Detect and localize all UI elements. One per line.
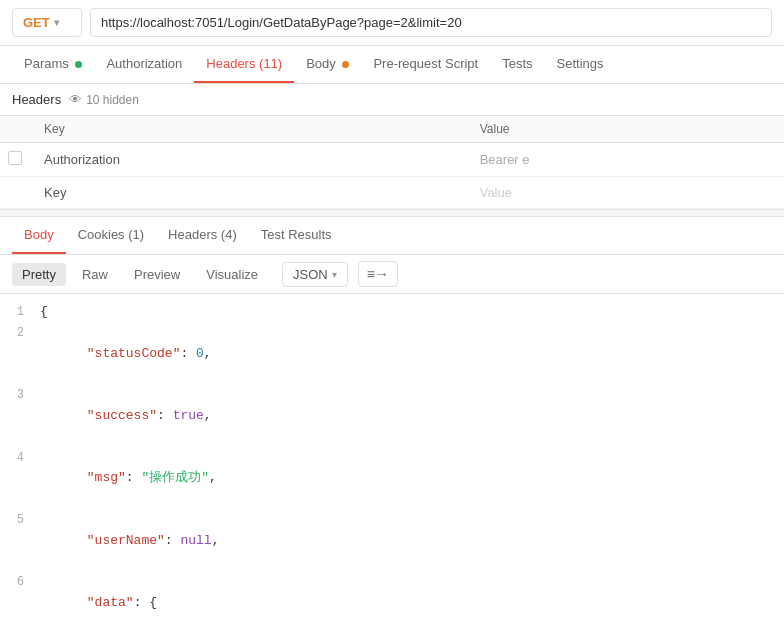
format-pretty[interactable]: Pretty [12, 263, 66, 286]
format-bar: Pretty Raw Preview Visualize JSON ▾ ≡→ [0, 255, 784, 294]
section-divider [0, 209, 784, 217]
row-checkbox[interactable] [8, 151, 22, 165]
line-content-1: { [40, 302, 48, 323]
resp-tab-headers[interactable]: Headers (4) [156, 217, 249, 254]
method-chevron-icon: ▾ [54, 17, 59, 28]
request-tabs: Params Authorization Headers (11) Body P… [0, 46, 784, 84]
line-num-3: 3 [0, 385, 40, 405]
code-line-3: 3 "success": true, [0, 385, 784, 447]
method-label: GET [23, 15, 50, 30]
url-bar: GET ▾ [0, 0, 784, 46]
tab-authorization[interactable]: Authorization [94, 46, 194, 83]
line-content-6: "data": { [40, 572, 157, 619]
method-select[interactable]: GET ▾ [12, 8, 82, 37]
tab-tests[interactable]: Tests [490, 46, 544, 83]
response-tabs: Body Cookies (1) Headers (4) Test Result… [0, 217, 784, 255]
col-value: Value [472, 116, 784, 143]
header-value-1[interactable]: Bearer e [472, 143, 784, 177]
line-content-3: "success": true, [40, 385, 212, 447]
headers-section: Headers 👁 10 hidden [0, 84, 784, 116]
tab-headers[interactable]: Headers (11) [194, 46, 294, 83]
code-area: 1 { 2 "statusCode": 0, 3 "success": true… [0, 294, 784, 619]
format-preview[interactable]: Preview [124, 263, 190, 286]
line-num-5: 5 [0, 510, 40, 530]
line-content-2: "statusCode": 0, [40, 323, 212, 385]
tab-body[interactable]: Body [294, 46, 361, 83]
params-dot [75, 61, 82, 68]
code-line-1: 1 { [0, 302, 784, 323]
resp-tab-body[interactable]: Body [12, 217, 66, 254]
header-value-placeholder[interactable]: Value [472, 177, 784, 209]
line-content-4: "msg": "操作成功", [40, 448, 217, 510]
code-line-2: 2 "statusCode": 0, [0, 323, 784, 385]
col-checkbox [0, 116, 36, 143]
tab-settings[interactable]: Settings [545, 46, 616, 83]
header-key-placeholder[interactable]: Key [36, 177, 472, 209]
code-line-5: 5 "userName": null, [0, 510, 784, 572]
format-chevron-icon: ▾ [332, 269, 337, 280]
hidden-badge: 👁 10 hidden [69, 92, 139, 107]
tab-params[interactable]: Params [12, 46, 94, 83]
line-content-5: "userName": null, [40, 510, 219, 572]
wrap-button[interactable]: ≡→ [358, 261, 398, 287]
body-dot [342, 61, 349, 68]
table-row: Key Value [0, 177, 784, 209]
tab-prerequest[interactable]: Pre-request Script [361, 46, 490, 83]
resp-tab-cookies[interactable]: Cookies (1) [66, 217, 156, 254]
code-line-6: 6 "data": { [0, 572, 784, 619]
hidden-count: 10 hidden [86, 93, 139, 107]
line-num-6: 6 [0, 572, 40, 592]
col-key: Key [36, 116, 472, 143]
code-line-4: 4 "msg": "操作成功", [0, 448, 784, 510]
headers-table: Key Value Authorization Bearer e Key Val… [0, 116, 784, 209]
format-visualize[interactable]: Visualize [196, 263, 268, 286]
url-input[interactable] [90, 8, 772, 37]
line-num-1: 1 [0, 302, 40, 322]
format-raw[interactable]: Raw [72, 263, 118, 286]
table-row: Authorization Bearer e [0, 143, 784, 177]
format-type-label: JSON [293, 267, 328, 282]
resp-tab-test-results[interactable]: Test Results [249, 217, 344, 254]
header-key-1[interactable]: Authorization [36, 143, 472, 177]
format-type-select[interactable]: JSON ▾ [282, 262, 348, 287]
line-num-2: 2 [0, 323, 40, 343]
headers-label-text: Headers [12, 92, 61, 107]
line-num-4: 4 [0, 448, 40, 468]
eye-icon: 👁 [69, 92, 82, 107]
